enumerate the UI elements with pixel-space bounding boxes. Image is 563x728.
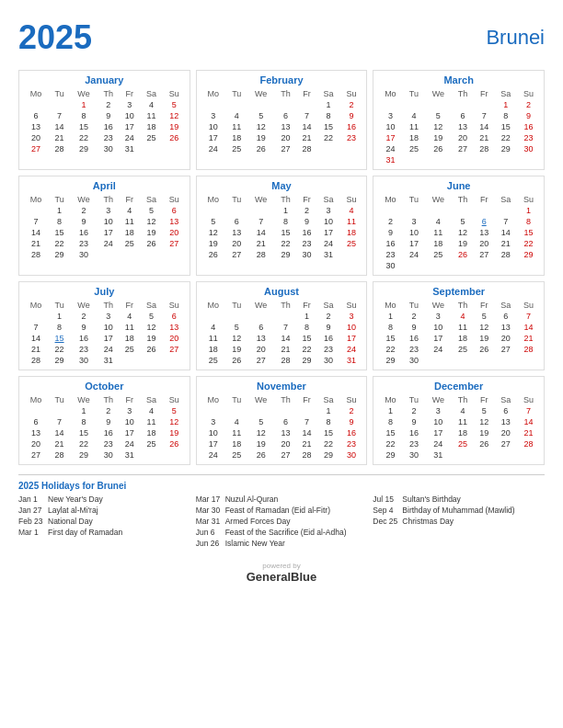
cal-day: 4 xyxy=(120,311,141,322)
cal-day: 29 xyxy=(275,249,297,260)
weekday-header: We xyxy=(70,88,98,99)
cal-day: 12 xyxy=(424,121,452,132)
cal-day: 19 xyxy=(474,333,495,344)
cal-day: 18 xyxy=(201,344,226,355)
cal-day: 19 xyxy=(452,238,474,249)
weekday-header: Sa xyxy=(494,194,517,205)
month-block-october: OctoberMoTuWeThFrSaSu1234567891011121314… xyxy=(18,376,190,465)
cal-day: 11 xyxy=(140,110,163,121)
footer-powered: powered by xyxy=(18,562,545,570)
weekday-header: Th xyxy=(452,394,474,405)
holidays-title: 2025 Holidays for Brunei xyxy=(18,481,545,491)
weekday-header: Tu xyxy=(226,300,247,311)
cal-day: 25 xyxy=(120,344,141,355)
cal-table: MoTuWeThFrSaSu12345678910111213141516171… xyxy=(23,194,186,260)
cal-day: 13 xyxy=(23,121,49,132)
cal-day xyxy=(226,311,247,322)
cal-day: 26 xyxy=(140,238,163,249)
cal-day xyxy=(226,405,247,416)
holiday-name: First day of Ramadan xyxy=(48,528,122,539)
cal-day: 8 xyxy=(275,216,297,227)
cal-day: 12 xyxy=(247,427,275,438)
cal-day: 4 xyxy=(452,405,474,416)
cal-day: 28 xyxy=(517,344,540,355)
cal-day: 8 xyxy=(377,416,403,427)
cal-day: 27 xyxy=(494,344,517,355)
cal-day: 11 xyxy=(140,416,163,427)
weekday-header: We xyxy=(424,300,452,311)
weekday-header: Su xyxy=(340,300,363,311)
weekday-header: Tu xyxy=(403,300,424,311)
cal-day: 21 xyxy=(474,132,495,143)
cal-day: 15 xyxy=(377,333,403,344)
cal-day: 22 xyxy=(296,344,317,355)
cal-day: 18 xyxy=(340,227,363,238)
cal-day: 14 xyxy=(247,227,275,238)
weekday-header: Su xyxy=(340,194,363,205)
cal-day xyxy=(494,260,517,271)
cal-day: 16 xyxy=(403,333,424,344)
cal-day xyxy=(474,449,495,461)
month-name: October xyxy=(23,381,186,392)
cal-day: 22 xyxy=(49,344,70,355)
cal-day xyxy=(452,99,474,110)
cal-day: 22 xyxy=(70,438,98,449)
weekday-header: Fr xyxy=(120,394,141,405)
cal-day xyxy=(120,355,141,366)
cal-day: 21 xyxy=(49,132,70,143)
cal-day: 26 xyxy=(226,355,247,366)
cal-day: 15 xyxy=(70,121,98,132)
cal-day xyxy=(517,154,540,165)
cal-day: 30 xyxy=(517,143,540,154)
weekday-header: Th xyxy=(275,300,297,311)
cal-day xyxy=(424,355,452,366)
month-name: April xyxy=(23,180,186,191)
cal-day: 9 xyxy=(340,110,363,121)
cal-day: 13 xyxy=(163,322,186,333)
cal-day: 11 xyxy=(226,427,247,438)
holiday-name: Islamic New Year xyxy=(225,539,285,550)
cal-day: 8 xyxy=(49,322,70,333)
cal-day: 20 xyxy=(163,333,186,344)
cal-day: 2 xyxy=(317,311,340,322)
cal-day: 15 xyxy=(49,333,70,344)
cal-day xyxy=(247,99,275,110)
cal-day: 8 xyxy=(517,216,540,227)
cal-day: 13 xyxy=(275,121,297,132)
cal-day: 19 xyxy=(226,344,247,355)
cal-day: 10 xyxy=(403,227,424,238)
cal-day: 3 xyxy=(98,311,120,322)
cal-day: 25 xyxy=(403,143,424,154)
cal-day: 22 xyxy=(317,132,340,143)
cal-day: 5 xyxy=(474,311,495,322)
cal-day xyxy=(494,449,517,461)
cal-day: 25 xyxy=(140,438,163,449)
cal-day: 12 xyxy=(452,227,474,238)
cal-day: 28 xyxy=(23,355,49,366)
weekday-header: Tu xyxy=(403,194,424,205)
cal-day: 3 xyxy=(201,110,226,121)
cal-day: 21 xyxy=(23,344,49,355)
weekday-header: Fr xyxy=(120,88,141,99)
cal-day: 9 xyxy=(340,416,363,427)
weekday-header: Fr xyxy=(474,194,495,205)
weekday-header: Tu xyxy=(226,194,247,205)
holiday-name: National Day xyxy=(48,517,93,528)
cal-day: 3 xyxy=(424,311,452,322)
cal-day: 24 xyxy=(201,449,226,461)
cal-day: 5 xyxy=(247,416,275,427)
cal-day xyxy=(452,449,474,461)
cal-day: 30 xyxy=(70,249,98,260)
weekday-header: Tu xyxy=(403,394,424,405)
cal-day: 27 xyxy=(494,438,517,449)
weekday-header: Fr xyxy=(296,88,317,99)
cal-day: 25 xyxy=(424,249,452,260)
cal-day: 20 xyxy=(163,227,186,238)
holiday-date: Jul 15 xyxy=(373,495,398,506)
cal-day: 23 xyxy=(98,132,120,143)
weekday-header: We xyxy=(247,194,275,205)
cal-day: 1 xyxy=(517,205,540,216)
weekday-header: Su xyxy=(517,394,540,405)
cal-day: 6 xyxy=(474,216,495,227)
cal-day: 7 xyxy=(517,311,540,322)
